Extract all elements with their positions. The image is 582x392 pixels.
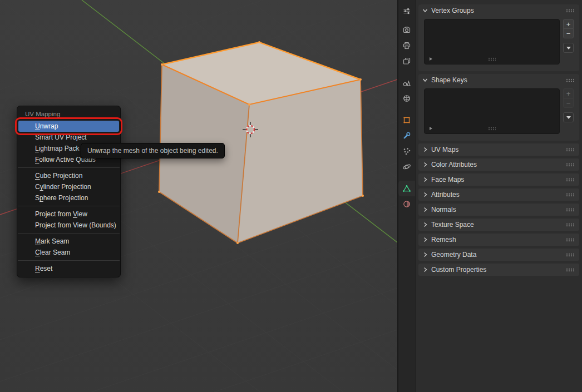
physics-orbit-icon — [402, 162, 411, 171]
menu-item-label: Mark Seam — [35, 237, 69, 245]
unwrap-tooltip: Unwrap the mesh of the object being edit… — [81, 143, 225, 158]
menu-item-label: Cylinder Projection — [35, 183, 91, 191]
shape-key-specials-button[interactable] — [563, 112, 574, 122]
chevron-right-icon — [422, 237, 428, 242]
tab-view-layer[interactable] — [398, 53, 415, 69]
list-resize-grip-icon[interactable] — [488, 127, 496, 131]
chevron-right-icon — [422, 222, 428, 227]
tab-modifiers[interactable] — [398, 128, 415, 143]
tab-object-data[interactable] — [398, 181, 415, 196]
vertex-group-specials-button[interactable] — [563, 43, 574, 53]
menu-item[interactable]: Cylinder Projection — [18, 181, 119, 192]
menu-separator — [18, 167, 120, 168]
menu-item-label: Reset — [35, 265, 52, 272]
panel-section-header[interactable]: Face Maps — [418, 173, 579, 186]
menu-item-label: Cube Projection — [35, 172, 82, 180]
menu-item[interactable]: Cube Projection — [18, 170, 119, 181]
chevron-right-icon — [422, 207, 428, 212]
panel-section-header[interactable]: UV Maps — [418, 143, 579, 156]
menu-item[interactable]: Mark Seam — [18, 236, 119, 247]
images-icon — [402, 57, 411, 66]
tab-world[interactable] — [398, 91, 415, 106]
drag-grip-icon[interactable] — [566, 148, 575, 152]
menu-item-label: Project from View (Bounds) — [35, 221, 116, 229]
vertex-groups-list[interactable] — [424, 19, 560, 64]
menu-item[interactable]: Reset — [18, 263, 119, 274]
panel-section-label: Remesh — [431, 236, 456, 244]
shape-keys-header[interactable]: Shape Keys — [418, 74, 579, 86]
particles-icon — [402, 147, 411, 156]
chevron-right-icon — [422, 267, 428, 272]
menu-item[interactable]: Sphere Projection — [18, 192, 119, 204]
tab-physics[interactable] — [398, 159, 415, 175]
drag-grip-icon[interactable] — [566, 268, 575, 272]
tab-particles[interactable] — [398, 143, 415, 159]
wrench-icon — [402, 131, 411, 140]
menu-item-label: Unwrap — [35, 122, 58, 130]
tab-material[interactable] — [398, 196, 415, 212]
remove-shape-key-button[interactable]: − — [563, 98, 574, 108]
drag-grip-icon[interactable] — [566, 163, 575, 167]
chevron-right-icon — [422, 252, 428, 257]
chevron-right-icon — [422, 177, 428, 182]
menu-item[interactable]: Unwrap — [18, 121, 119, 132]
menu-item-label: Lightmap Pack — [35, 145, 79, 152]
menu-separator — [18, 233, 120, 234]
tab-object[interactable] — [398, 112, 415, 128]
panel-section-label: Face Maps — [431, 176, 464, 183]
scene-icon — [402, 78, 411, 87]
panel-section-label: Color Attributes — [431, 161, 477, 168]
menu-item[interactable]: Project from View — [18, 209, 119, 220]
drag-grip-icon[interactable] — [566, 178, 575, 182]
panel-section-header[interactable]: Color Attributes — [418, 158, 579, 171]
panel-section-label: Geometry Data — [431, 251, 476, 259]
vertex-groups-header[interactable]: Vertex Groups — [418, 4, 579, 17]
chevron-right-icon — [422, 162, 428, 167]
drag-grip-icon[interactable] — [566, 208, 575, 212]
list-filter-disclosure-icon[interactable] — [430, 57, 432, 61]
list-filter-disclosure-icon[interactable] — [430, 127, 432, 130]
blender-window: UV Mapping Unwrap Smart UV Project Light… — [0, 0, 582, 392]
panel-section: UV Maps — [418, 143, 579, 156]
panel-section-header[interactable]: Geometry Data — [418, 249, 579, 261]
menu-item[interactable]: Project from View (Bounds) — [18, 220, 119, 231]
panel-section-header[interactable]: Texture Space — [418, 219, 579, 231]
menu-separator — [18, 206, 120, 206]
menu-item-label: Project from View — [35, 210, 87, 218]
panel-section-header[interactable]: Attributes — [418, 188, 579, 201]
panel-section-header[interactable]: Remesh — [418, 234, 579, 246]
chevron-right-icon — [422, 192, 428, 197]
panel-section: Custom Properties — [418, 264, 579, 276]
vertex-groups-label: Vertex Groups — [431, 7, 474, 14]
drag-grip-icon[interactable] — [566, 193, 575, 197]
material-sphere-icon — [402, 200, 411, 209]
add-shape-key-button[interactable]: + — [563, 88, 574, 98]
list-resize-grip-icon[interactable] — [488, 57, 496, 61]
mesh-data-triangle-icon — [402, 184, 411, 193]
drag-grip-icon[interactable] — [566, 238, 575, 242]
drag-grip-icon[interactable] — [566, 9, 575, 13]
shape-keys-list[interactable] — [424, 88, 560, 134]
panel-section-label: Custom Properties — [431, 266, 486, 274]
panel-section-label: Normals — [431, 206, 456, 214]
chevron-right-icon — [422, 147, 428, 152]
tab-scene[interactable] — [398, 75, 415, 91]
panel-section-header[interactable]: Normals — [418, 204, 579, 216]
tab-output[interactable] — [398, 38, 415, 53]
drag-grip-icon[interactable] — [566, 78, 575, 82]
editor-type-properties-icon[interactable] — [398, 4, 415, 18]
remove-vertex-group-button[interactable]: − — [563, 28, 574, 38]
menu-separator — [18, 260, 120, 261]
panel-section-header[interactable]: Custom Properties — [418, 264, 579, 276]
drag-grip-icon[interactable] — [566, 253, 575, 257]
drag-grip-icon[interactable] — [566, 223, 575, 227]
menu-item-label: Sphere Projection — [35, 194, 88, 202]
shape-keys-label: Shape Keys — [431, 76, 467, 84]
panel-section: Remesh — [418, 234, 579, 246]
menu-item[interactable]: Clear Seam — [18, 247, 119, 258]
add-vertex-group-button[interactable]: + — [563, 19, 574, 29]
tab-render[interactable] — [398, 22, 415, 38]
3d-viewport[interactable]: UV Mapping Unwrap Smart UV Project Light… — [0, 0, 397, 392]
menu-item[interactable]: Smart UV Project — [18, 132, 119, 143]
panel-section-label: UV Maps — [431, 146, 458, 153]
